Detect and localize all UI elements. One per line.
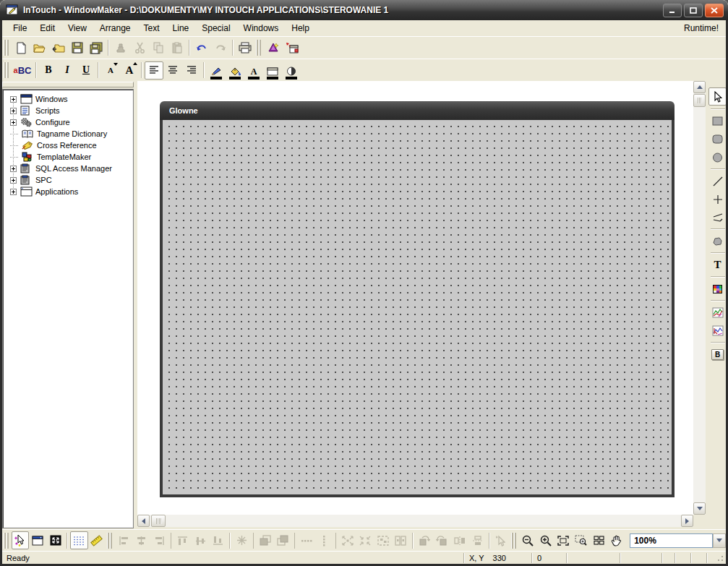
bitmap-tool[interactable]: [708, 280, 727, 297]
zoom-level-input[interactable]: 100%: [630, 533, 713, 548]
hv-line-tool[interactable]: [708, 191, 727, 207]
align-left-edges-button: [115, 531, 133, 549]
historical-trend-tool[interactable]: [708, 322, 727, 339]
realtime-trend-tool[interactable]: [708, 304, 727, 321]
arrow-up-icon: [697, 82, 703, 89]
close-button[interactable]: [705, 4, 724, 17]
expand-icon[interactable]: [10, 119, 17, 126]
align-right-button[interactable]: [182, 61, 201, 80]
horizontal-scroll-thumb[interactable]: [151, 515, 166, 527]
toolbar-gripper[interactable]: [107, 533, 112, 549]
close-window-button[interactable]: [49, 39, 68, 57]
zoom-combo-dropdown-button[interactable]: [713, 533, 726, 548]
snap-to-grid-button[interactable]: [70, 531, 88, 549]
document-titlebar[interactable]: Glowne: [160, 101, 675, 120]
toolbar-gripper[interactable]: [4, 62, 9, 78]
expand-icon[interactable]: [10, 96, 17, 103]
zoom-in-button[interactable]: [536, 531, 554, 549]
expand-icon[interactable]: [10, 189, 17, 195]
toolbar-gripper[interactable]: [4, 533, 9, 549]
save-button[interactable]: [68, 39, 87, 57]
expand-icon[interactable]: [10, 177, 17, 184]
print-button[interactable]: [236, 39, 254, 57]
bold-button[interactable]: B: [39, 61, 58, 80]
enlarge-font-button[interactable]: A: [120, 61, 139, 80]
align-left-button[interactable]: [145, 61, 163, 80]
tree-item-applications[interactable]: Applications: [3, 186, 133, 197]
vertical-scroll-thumb[interactable]: [693, 94, 706, 107]
tree-item-spc[interactable]: SPC: [3, 174, 133, 186]
open-window-button[interactable]: [30, 39, 49, 57]
duplicate-button: [111, 39, 130, 57]
menu-windows[interactable]: Windows: [237, 21, 286, 35]
font-button[interactable]: a BC: [12, 61, 33, 80]
line-tool[interactable]: [708, 173, 727, 189]
show-all-windows-button[interactable]: [590, 531, 608, 549]
menu-view[interactable]: View: [61, 21, 93, 35]
scroll-down-button[interactable]: [693, 502, 706, 515]
selector-tool[interactable]: [708, 87, 727, 106]
rectangle-tool[interactable]: [708, 113, 727, 129]
text-tool[interactable]: T: [708, 257, 727, 273]
full-screen-button[interactable]: [47, 531, 65, 549]
tree-panel-header[interactable]: [2, 82, 134, 87]
zoom-selection-button[interactable]: [572, 531, 590, 549]
wizard-select-button[interactable]: [12, 531, 30, 549]
toolbar-gripper[interactable]: [256, 40, 261, 56]
toolbar-gripper[interactable]: [511, 533, 516, 549]
tree-item-sql-access-manager[interactable]: SQL Access Manager: [3, 163, 133, 174]
underline-button[interactable]: U: [77, 61, 95, 80]
fit-to-window-button[interactable]: [554, 531, 573, 549]
rounded-rectangle-tool[interactable]: [708, 131, 727, 147]
transparent-color-button[interactable]: [282, 61, 301, 80]
scroll-left-button[interactable]: [137, 515, 150, 527]
vertical-scrollbar[interactable]: [693, 81, 706, 515]
maximize-button[interactable]: [684, 4, 703, 17]
polyline-tool[interactable]: [708, 209, 727, 226]
menu-help[interactable]: Help: [285, 21, 316, 35]
ellipse-tool[interactable]: [708, 149, 727, 166]
design-canvas[interactable]: [163, 120, 672, 494]
show-windows-button[interactable]: [29, 531, 47, 549]
expand-icon[interactable]: [10, 108, 17, 114]
italic-button[interactable]: I: [58, 61, 77, 80]
scroll-right-button[interactable]: [681, 515, 693, 527]
tree-item-tagname-dictionary[interactable]: Tagname Dictionary: [3, 128, 133, 140]
pan-button[interactable]: [608, 531, 626, 549]
menu-line[interactable]: Line: [166, 21, 196, 35]
menu-arrange[interactable]: Arrange: [93, 21, 137, 35]
polygon-tool[interactable]: [708, 233, 727, 249]
tree-item-configure[interactable]: Configure: [3, 116, 133, 128]
expand-icon[interactable]: [10, 166, 17, 172]
ruler-button[interactable]: [88, 531, 106, 549]
wizard-dialog-button[interactable]: [264, 39, 283, 57]
menu-file[interactable]: File: [7, 21, 33, 35]
titlebar[interactable]: InTouch - WindowMaker - D:\DOKUMENTY\MY …: [0, 0, 728, 20]
align-center-button[interactable]: [163, 61, 182, 80]
tree-item-cross-reference[interactable]: Cross Reference: [3, 140, 133, 151]
text-color-button[interactable]: A: [244, 61, 263, 80]
tree-item-scripts[interactable]: Scripts: [3, 105, 133, 116]
tree-item-templatemaker[interactable]: TemplateMaker: [3, 151, 133, 163]
fill-color-button[interactable]: [226, 61, 244, 80]
save-all-button[interactable]: [87, 39, 106, 57]
zoom-out-button[interactable]: [519, 531, 537, 549]
undo-button[interactable]: [192, 39, 211, 57]
toggle-window-frame-button[interactable]: [283, 39, 301, 57]
minimize-button[interactable]: [663, 4, 682, 17]
runtime-switch[interactable]: Runtime!: [684, 23, 726, 33]
scroll-up-button[interactable]: [693, 81, 706, 93]
button-tool[interactable]: B: [708, 346, 727, 363]
tree-item-label: Cross Reference: [37, 141, 97, 150]
menu-edit[interactable]: Edit: [33, 21, 61, 35]
reduce-font-button[interactable]: A: [101, 61, 120, 80]
resize-grip[interactable]: [716, 554, 724, 562]
line-color-button[interactable]: [207, 61, 226, 80]
window-color-button[interactable]: [263, 61, 282, 80]
tree-item-windows[interactable]: Windows: [3, 93, 133, 105]
menu-special[interactable]: Special: [195, 21, 236, 35]
menu-text[interactable]: Text: [137, 21, 166, 35]
new-window-button[interactable]: [12, 39, 30, 57]
horizontal-scrollbar[interactable]: [137, 515, 693, 527]
toolbar-gripper[interactable]: [4, 40, 9, 56]
